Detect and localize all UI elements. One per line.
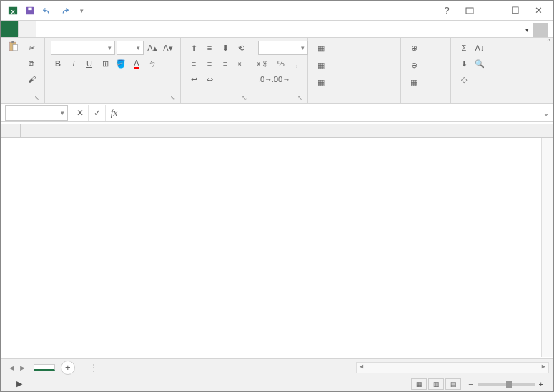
autosum-icon[interactable]: Σ <box>457 41 471 55</box>
zoom-out-icon[interactable]: − <box>468 380 473 388</box>
zoom-slider[interactable] <box>478 383 535 386</box>
align-right-icon[interactable]: ≡ <box>218 56 232 71</box>
italic-button[interactable]: I <box>66 56 81 71</box>
align-launcher-icon[interactable]: ⤡ <box>242 94 247 101</box>
format-painter-icon[interactable]: 🖌 <box>24 72 39 86</box>
svg-rect-3 <box>28 7 31 10</box>
tab-home[interactable] <box>18 20 36 37</box>
delete-cells-button[interactable]: ⊖ <box>407 58 422 72</box>
tab-developer[interactable] <box>139 20 157 37</box>
zoom-control[interactable]: − + <box>468 380 548 388</box>
decrease-font-icon[interactable]: A▾ <box>161 41 175 55</box>
vertical-scrollbar[interactable] <box>541 138 553 357</box>
name-box[interactable]: ▾ <box>5 105 68 121</box>
fill-color-icon[interactable]: 🪣 <box>114 56 128 71</box>
font-size-select[interactable]: ▾ <box>117 41 144 55</box>
merge-center-icon[interactable]: ⇔ <box>202 72 217 86</box>
minimize-icon[interactable]: — <box>483 4 502 18</box>
avatar[interactable] <box>533 23 548 37</box>
wrap-text-icon[interactable]: ↩ <box>187 72 201 86</box>
cancel-formula-icon[interactable]: ✕ <box>71 105 88 121</box>
tab-file[interactable] <box>1 20 18 37</box>
align-center-icon[interactable]: ≡ <box>202 56 217 71</box>
status-bar: ▶ ▦ ▥ ▤ − + <box>1 376 553 391</box>
comma-icon[interactable]: , <box>290 56 304 71</box>
sheet-tab[interactable] <box>34 364 55 371</box>
sheet-nav: ◄ ► <box>1 363 34 372</box>
border-icon[interactable]: ⊞ <box>98 56 112 71</box>
page-layout-view-icon[interactable]: ▥ <box>428 378 444 390</box>
currency-icon[interactable]: $ <box>258 56 272 71</box>
number-format-select[interactable]: ▾ <box>258 41 308 55</box>
excel-icon[interactable]: X <box>5 3 21 19</box>
font-color-icon[interactable]: A <box>129 56 144 71</box>
increase-decimal-icon[interactable]: .0→ <box>258 72 272 86</box>
tab-data[interactable] <box>88 20 105 37</box>
window-controls: ? — ☐ ✕ <box>437 4 553 18</box>
clipboard-launcher-icon[interactable]: ⤡ <box>34 94 40 101</box>
percent-icon[interactable]: % <box>274 56 288 71</box>
save-icon[interactable] <box>22 3 38 19</box>
bold-button[interactable]: B <box>51 56 65 71</box>
tab-layout[interactable] <box>54 20 71 37</box>
orientation-icon[interactable]: ⟲ <box>234 41 248 55</box>
svg-text:X: X <box>11 8 15 14</box>
tab-formulas[interactable] <box>71 20 88 37</box>
sort-filter-icon[interactable]: A↓ <box>473 41 487 55</box>
help-icon[interactable]: ? <box>437 4 456 18</box>
undo-icon[interactable] <box>39 3 55 19</box>
fill-icon[interactable]: ⬇ <box>457 56 471 71</box>
titlebar: X ▾ ? — ☐ ✕ <box>1 1 553 21</box>
zoom-in-icon[interactable]: + <box>539 380 543 388</box>
sheet-prev-icon[interactable]: ◄ <box>8 363 16 372</box>
insert-cells-button[interactable]: ⊕ <box>407 41 422 55</box>
increase-font-icon[interactable]: A▴ <box>145 41 159 55</box>
page-break-view-icon[interactable]: ▤ <box>445 378 461 390</box>
indent-decrease-icon[interactable]: ⇤ <box>234 56 248 71</box>
group-font: ▾ ▾ A▴ A▾ B I U ⊞ 🪣 A ㄅ ⤡ <box>45 38 181 103</box>
maximize-icon[interactable]: ☐ <box>506 4 525 18</box>
tab-view[interactable] <box>122 20 139 37</box>
select-all-button[interactable] <box>1 124 21 137</box>
phonetic-icon[interactable]: ㄅ <box>145 56 159 71</box>
redo-icon[interactable] <box>56 3 72 19</box>
close-icon[interactable]: ✕ <box>529 4 548 18</box>
number-launcher-icon[interactable]: ⤡ <box>297 94 303 101</box>
cell-styles-button[interactable]: ▦ <box>314 75 330 89</box>
group-number: ▾ $ % , .0→ .00→ ⤡ <box>252 38 308 103</box>
align-left-icon[interactable]: ≡ <box>187 56 201 71</box>
align-top-icon[interactable]: ⬆ <box>187 41 201 55</box>
tab-insert[interactable] <box>36 20 54 37</box>
decrease-decimal-icon[interactable]: .00→ <box>274 72 288 86</box>
copy-icon[interactable]: ⧉ <box>24 56 39 71</box>
align-middle-icon[interactable]: ≡ <box>202 41 217 55</box>
ribbon: ✂ ⧉ 🖌 ⤡ ▾ ▾ A▴ A▾ B I U ⊞ 🪣 A ㄅ <box>1 38 553 104</box>
group-clipboard: ✂ ⧉ 🖌 ⤡ <box>1 38 45 103</box>
format-as-table-button[interactable]: ▦ <box>314 58 330 72</box>
fx-icon[interactable]: fx <box>105 105 122 121</box>
find-select-icon[interactable]: 🔍 <box>473 56 487 71</box>
format-cells-button[interactable]: ▦ <box>407 75 422 89</box>
font-family-select[interactable]: ▾ <box>51 41 115 55</box>
quick-access-toolbar: X ▾ <box>1 3 89 19</box>
conditional-formatting-button[interactable]: ▦ <box>314 41 330 55</box>
font-launcher-icon[interactable]: ⤡ <box>170 94 176 101</box>
macro-record-icon[interactable]: ▶ <box>16 379 22 388</box>
formula-bar: ▾ ✕ ✓ fx ⌄ <box>1 104 553 122</box>
clear-icon[interactable]: ◇ <box>457 72 471 86</box>
align-bottom-icon[interactable]: ⬇ <box>218 41 232 55</box>
qat-dropdown-icon[interactable]: ▾ <box>74 3 89 19</box>
add-sheet-button[interactable]: + <box>61 361 75 375</box>
normal-view-icon[interactable]: ▦ <box>411 378 427 390</box>
paste-button[interactable] <box>6 41 20 54</box>
horizontal-scrollbar[interactable] <box>356 362 549 373</box>
tab-review[interactable] <box>105 20 122 37</box>
collapse-ribbon-icon[interactable]: ^ <box>547 38 550 46</box>
ribbon-display-icon[interactable] <box>460 4 479 18</box>
cut-icon[interactable]: ✂ <box>24 41 39 55</box>
user-area[interactable]: ▾ <box>521 23 553 37</box>
expand-formula-bar-icon[interactable]: ⌄ <box>539 108 553 118</box>
underline-button[interactable]: U <box>82 56 97 71</box>
enter-formula-icon[interactable]: ✓ <box>88 105 105 121</box>
sheet-next-icon[interactable]: ► <box>19 363 26 372</box>
